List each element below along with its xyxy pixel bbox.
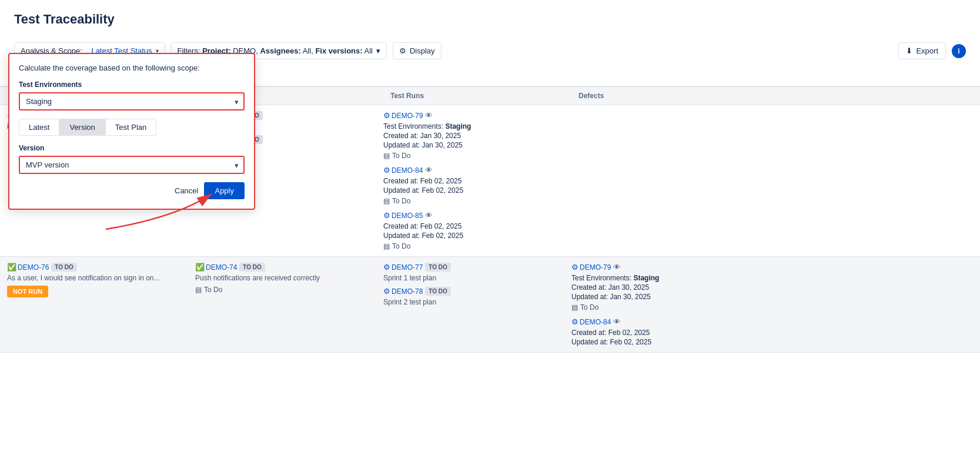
- page-title: Test Traceability: [14, 12, 966, 27]
- cell-defects-1: [564, 105, 752, 256]
- status-icon-84: ▤: [383, 197, 390, 205]
- not-run-badge: NOT RUN: [7, 286, 48, 297]
- testrun-created-84: Created at: Feb 02, 2025: [383, 177, 557, 185]
- testrun-icon-84: ⚙: [383, 166, 390, 175]
- eye-icon-84[interactable]: 👁: [425, 166, 433, 175]
- scope-type-buttons: Latest Version Test Plan: [19, 119, 245, 136]
- testrun-icon-79b: ⚙: [571, 263, 578, 272]
- testplan-todo-74: ▤ To Do: [195, 286, 369, 294]
- status-icon-74: ▤: [195, 286, 202, 294]
- testrun-updated-84b: Updated at: Feb 02, 2025: [571, 338, 745, 346]
- col-defects: Defects: [578, 92, 767, 100]
- testrun-env: Test Environments: Staging: [383, 122, 557, 130]
- issue-icon-76: ✅: [7, 263, 16, 272]
- status-badge-76: TO DO: [51, 263, 76, 272]
- testrun-updated-84: Updated at: Feb 02, 2025: [383, 186, 557, 195]
- display-button[interactable]: ⚙ Display: [393, 42, 441, 59]
- scope-testplan-button[interactable]: Test Plan: [105, 119, 156, 136]
- testplan-link-demo74[interactable]: DEMO-74: [206, 263, 237, 272]
- testplan-link-demo78b[interactable]: DEMO-78: [392, 287, 423, 296]
- issue-desc-76: As a user, I would see notification on s…: [7, 274, 181, 282]
- env-label: Test Environments: [19, 81, 245, 89]
- testrun-link-demo79b[interactable]: DEMO-79: [580, 263, 611, 272]
- sliders-icon: ⚙: [399, 46, 406, 55]
- cancel-button[interactable]: Cancel: [175, 186, 198, 195]
- testplan-icon-77b: ⚙: [383, 263, 390, 272]
- popup-title: Calculate the coverage based on the foll…: [19, 63, 245, 72]
- testrun-created-79b: Created at: Jan 30, 2025: [571, 283, 745, 292]
- testrun-created-1: Created at: Jan 30, 2025: [383, 132, 557, 140]
- testrun-icon-79: ⚙: [383, 111, 390, 120]
- testrun-status-85: ▤ To Do: [383, 242, 557, 250]
- testrun-link-demo85[interactable]: DEMO-85: [392, 212, 423, 220]
- cell-testruns-1: ⚙ DEMO-79 👁 Test Environments: Staging C…: [376, 105, 564, 256]
- chevron-down-icon-filters: ▾: [376, 46, 380, 55]
- testrun-link-demo79[interactable]: DEMO-79: [392, 112, 423, 120]
- cell-testplans-2: ✅ DEMO-74 TO DO Push notifications are r…: [188, 257, 376, 352]
- testrun-status-84: ▤ To Do: [383, 197, 557, 205]
- testrun-created-85: Created at: Feb 02, 2025: [383, 222, 557, 230]
- status-icon-85: ▤: [383, 242, 390, 250]
- scope-latest-button[interactable]: Latest: [19, 119, 59, 136]
- col-extra: [767, 92, 966, 100]
- table-row-2: ✅ DEMO-76 TO DO As a user, I would see n…: [0, 257, 980, 353]
- apply-button[interactable]: Apply: [204, 182, 245, 199]
- cell-testruns-2: ⚙ DEMO-79 👁 Test Environments: Staging C…: [564, 257, 752, 352]
- testplan-desc-77b: Sprint 1 test plan: [383, 274, 557, 282]
- popup-footer: Cancel Apply: [19, 182, 245, 199]
- testrun-link-demo84[interactable]: DEMO-84: [392, 166, 423, 175]
- testrun-updated-1: Updated at: Jan 30, 2025: [383, 141, 557, 149]
- download-icon: ⬇: [906, 46, 912, 55]
- eye-icon[interactable]: 👁: [425, 111, 433, 120]
- eye-icon-84b[interactable]: 👁: [613, 317, 621, 326]
- testplan-desc-74: Push notifications are received correctl…: [195, 274, 369, 282]
- col-test-runs: Test Runs: [390, 92, 578, 100]
- testplan-link-demo77b[interactable]: DEMO-77: [392, 263, 423, 272]
- testplan-icon-78b: ⚙: [383, 287, 390, 296]
- export-button[interactable]: ⬇ Export: [898, 42, 946, 59]
- testrun-updated-79b: Updated at: Jan 30, 2025: [571, 293, 745, 301]
- version-label: Version: [19, 144, 245, 152]
- status-badge-77b: TO DO: [425, 263, 450, 272]
- version-select[interactable]: MVP version v1.0 v2.0: [19, 156, 245, 174]
- issue-icon-74: ✅: [195, 263, 205, 272]
- testrun-env-2: Test Environments: Staging: [571, 274, 745, 282]
- status-icon: ▤: [383, 152, 390, 160]
- testrun-icon-85: ⚙: [383, 211, 390, 220]
- status-icon-79b: ▤: [571, 303, 578, 311]
- cell-testplans-2b: ⚙ DEMO-77 TO DO Sprint 1 test plan ⚙ DEM…: [376, 257, 564, 352]
- status-badge-78b: TO DO: [425, 287, 450, 296]
- env-select[interactable]: Staging Production Development: [19, 92, 245, 110]
- scope-popup: Calculate the coverage based on the foll…: [8, 53, 255, 210]
- testrun-status-1: ▤ To Do: [383, 152, 557, 160]
- testrun-icon-84b: ⚙: [571, 317, 578, 326]
- eye-icon-85[interactable]: 👁: [425, 211, 433, 220]
- cell-issue-2: ✅ DEMO-76 TO DO As a user, I would see n…: [0, 257, 188, 352]
- scope-version-button[interactable]: Version: [59, 119, 105, 136]
- testrun-updated-85: Updated at: Feb 02, 2025: [383, 232, 557, 240]
- testplan-desc-78b: Sprint 2 test plan: [383, 298, 557, 306]
- testrun-status-79b: ▤ To Do: [571, 303, 745, 311]
- info-icon[interactable]: i: [952, 44, 966, 58]
- eye-icon-79b[interactable]: 👁: [613, 263, 621, 272]
- status-badge-74: TO DO: [239, 263, 265, 272]
- testrun-created-84b: Created at: Feb 02, 2025: [571, 329, 745, 337]
- issue-link-demo76[interactable]: DEMO-76: [18, 263, 49, 272]
- popup-overlay: Calculate the coverage based on the foll…: [8, 53, 255, 210]
- testrun-link-demo84b[interactable]: DEMO-84: [580, 318, 611, 326]
